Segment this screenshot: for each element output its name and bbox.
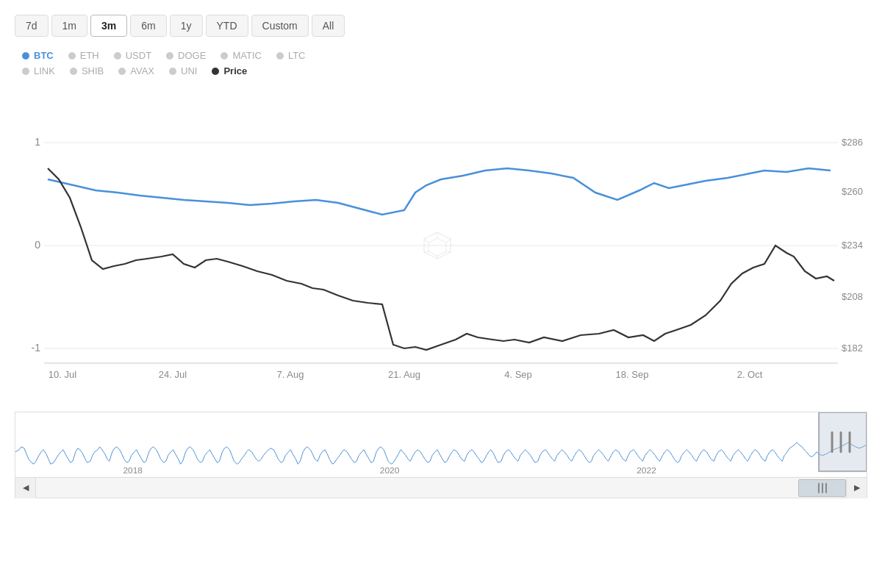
legend-label: AVAX [130,65,154,76]
legend-label: UNI [181,65,197,76]
legend-label: LTC [288,50,306,61]
legend-item-link[interactable]: LINK [22,65,55,76]
svg-text:4. Sep: 4. Sep [504,369,532,380]
time-btn-6m[interactable]: 6m [130,15,166,37]
svg-text:24. Jul: 24. Jul [159,369,187,380]
legend-item-usdt[interactable]: USDT [114,50,151,61]
legend-label: SHIB [82,65,104,76]
navigator-svg: 2018 2020 2022 [15,412,867,477]
legend-label: ETH [80,50,99,61]
scroll-right-arrow[interactable]: ▶ [846,478,867,498]
legend-label: BTC [34,50,54,61]
legend-item-shib[interactable]: SHIB [70,65,104,76]
svg-text:2020: 2020 [380,465,400,476]
legend-dot-shib [70,68,77,75]
time-btn-3m[interactable]: 3m [90,15,127,37]
svg-text:$286: $286 [842,137,863,148]
svg-text:2022: 2022 [637,465,656,476]
svg-text:21. Aug: 21. Aug [388,369,420,380]
svg-text:$208: $208 [842,291,863,302]
legend-label: USDT [126,50,151,61]
svg-text:$182: $182 [842,343,863,354]
legend-label: Price [223,65,247,76]
main-chart-svg: 1 0 -1 $286 $260 $234 $208 $182 10. Jul … [15,84,867,407]
legend-dot-price [212,68,219,75]
scroll-thumb[interactable] [798,479,846,497]
svg-text:18. Sep: 18. Sep [616,369,649,380]
legend-dot-eth [68,52,76,60]
svg-text:7. Aug: 7. Aug [277,369,304,380]
scroll-grip-2 [822,483,823,493]
scrollbar: ◀ ▶ [15,478,867,498]
chart-legend: BTCETHUSDTDOGEMATICLTCLINKSHIBAVAXUNIPri… [15,50,867,76]
time-btn-all[interactable]: All [312,15,345,37]
time-btn-1m[interactable]: 1m [51,15,87,37]
legend-item-doge[interactable]: DOGE [166,50,206,61]
svg-text:10. Jul: 10. Jul [49,369,76,380]
svg-text:1: 1 [35,136,40,148]
legend-item-btc[interactable]: BTC [22,50,54,61]
scroll-left-arrow[interactable]: ◀ [15,478,36,498]
legend-item-matic[interactable]: MATIC [220,50,261,61]
time-btn-custom[interactable]: Custom [251,15,309,37]
legend-dot-doge [166,52,173,60]
legend-dot-ltc [276,52,284,60]
svg-text:2018: 2018 [123,465,143,476]
main-chart-area: 1 0 -1 $286 $260 $234 $208 $182 10. Jul … [15,84,867,407]
scroll-grip-3 [825,483,827,493]
main-container: 7d1m3m6m1yYTDCustomAll BTCETHUSDTDOGEMAT… [0,0,882,588]
legend-label: LINK [34,65,55,76]
legend-label: DOGE [178,50,206,61]
legend-dot-btc [22,52,29,60]
svg-rect-30 [819,412,867,471]
svg-text:-1: -1 [32,342,41,354]
navigator-area: 2018 2020 2022 [15,412,867,478]
time-btn-ytd[interactable]: YTD [206,15,248,37]
svg-text:2. Oct: 2. Oct [737,369,763,380]
time-btn-1y[interactable]: 1y [170,15,203,37]
legend-label: MATIC [232,50,261,61]
svg-text:$260: $260 [842,186,863,197]
legend-item-uni[interactable]: UNI [169,65,197,76]
legend-dot-matic [220,52,228,60]
scroll-grip-1 [818,483,820,493]
legend-dot-avax [118,68,126,75]
legend-dot-usdt [114,52,121,60]
time-btn-7d[interactable]: 7d [15,15,49,37]
svg-text:0: 0 [35,239,40,251]
legend-dot-uni [169,68,176,75]
legend-item-ltc[interactable]: LTC [276,50,306,61]
legend-item-eth[interactable]: ETH [68,50,99,61]
scroll-track[interactable] [36,478,846,498]
legend-item-avax[interactable]: AVAX [118,65,154,76]
svg-text:$234: $234 [842,240,863,251]
legend-item-price[interactable]: Price [212,65,247,76]
legend-dot-link [22,68,29,75]
time-range-selector: 7d1m3m6m1yYTDCustomAll [15,15,867,37]
